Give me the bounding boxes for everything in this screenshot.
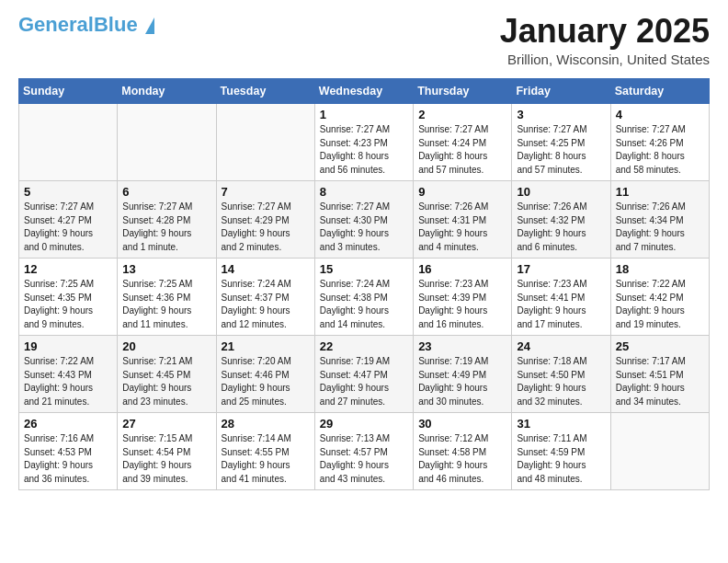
calendar-cell: 15Sunrise: 7:24 AM Sunset: 4:38 PM Dayli… bbox=[314, 259, 413, 336]
day-number: 5 bbox=[24, 185, 112, 199]
calendar-cell: 2Sunrise: 7:27 AM Sunset: 4:24 PM Daylig… bbox=[414, 104, 512, 181]
day-number: 30 bbox=[418, 417, 506, 431]
calendar-cell: 18Sunrise: 7:22 AM Sunset: 4:42 PM Dayli… bbox=[610, 259, 709, 336]
calendar-cell bbox=[216, 104, 314, 181]
page-header: GeneralBlue January 2025 Brillion, Wisco… bbox=[18, 15, 710, 67]
calendar-cell: 1Sunrise: 7:27 AM Sunset: 4:23 PM Daylig… bbox=[314, 104, 413, 181]
logo: GeneralBlue bbox=[18, 15, 154, 35]
calendar-cell: 24Sunrise: 7:18 AM Sunset: 4:50 PM Dayli… bbox=[512, 336, 610, 413]
day-info: Sunrise: 7:27 AM Sunset: 4:29 PM Dayligh… bbox=[222, 201, 310, 254]
day-of-week-header: Friday bbox=[512, 79, 610, 104]
title-block: January 2025 Brillion, Wisconsin, United… bbox=[500, 15, 710, 67]
day-number: 6 bbox=[122, 185, 210, 199]
calendar-cell: 4Sunrise: 7:27 AM Sunset: 4:26 PM Daylig… bbox=[610, 104, 709, 181]
day-number: 12 bbox=[24, 262, 112, 276]
day-number: 19 bbox=[24, 339, 112, 353]
calendar-cell: 10Sunrise: 7:26 AM Sunset: 4:32 PM Dayli… bbox=[512, 181, 610, 259]
day-number: 2 bbox=[418, 108, 506, 121]
logo-triangle-icon bbox=[145, 17, 154, 34]
day-info: Sunrise: 7:27 AM Sunset: 4:24 PM Dayligh… bbox=[418, 123, 506, 177]
day-number: 29 bbox=[320, 417, 408, 431]
day-info: Sunrise: 7:27 AM Sunset: 4:27 PM Dayligh… bbox=[24, 201, 112, 254]
day-info: Sunrise: 7:12 AM Sunset: 4:58 PM Dayligh… bbox=[418, 432, 506, 486]
day-number: 8 bbox=[320, 185, 408, 199]
day-number: 9 bbox=[418, 185, 506, 199]
calendar-table: SundayMondayTuesdayWednesdayThursdayFrid… bbox=[18, 78, 710, 490]
day-info: Sunrise: 7:27 AM Sunset: 4:28 PM Dayligh… bbox=[122, 201, 210, 254]
day-number: 14 bbox=[222, 262, 310, 276]
calendar-cell: 12Sunrise: 7:25 AM Sunset: 4:35 PM Dayli… bbox=[19, 259, 118, 336]
calendar-header: SundayMondayTuesdayWednesdayThursdayFrid… bbox=[19, 79, 710, 104]
day-info: Sunrise: 7:22 AM Sunset: 4:42 PM Dayligh… bbox=[616, 278, 704, 331]
day-of-week-header: Sunday bbox=[19, 79, 118, 104]
calendar-cell: 6Sunrise: 7:27 AM Sunset: 4:28 PM Daylig… bbox=[118, 181, 216, 259]
calendar-cell: 9Sunrise: 7:26 AM Sunset: 4:31 PM Daylig… bbox=[414, 181, 512, 259]
day-number: 21 bbox=[222, 339, 310, 353]
calendar-week-row: 1Sunrise: 7:27 AM Sunset: 4:23 PM Daylig… bbox=[19, 104, 710, 181]
day-info: Sunrise: 7:23 AM Sunset: 4:41 PM Dayligh… bbox=[517, 278, 605, 331]
calendar-cell: 31Sunrise: 7:11 AM Sunset: 4:59 PM Dayli… bbox=[512, 413, 610, 490]
day-number: 27 bbox=[122, 417, 210, 431]
calendar-cell: 22Sunrise: 7:19 AM Sunset: 4:47 PM Dayli… bbox=[314, 336, 413, 413]
calendar-week-row: 19Sunrise: 7:22 AM Sunset: 4:43 PM Dayli… bbox=[19, 336, 710, 413]
day-of-week-header: Monday bbox=[118, 79, 216, 104]
day-info: Sunrise: 7:17 AM Sunset: 4:51 PM Dayligh… bbox=[616, 355, 704, 408]
calendar-cell: 13Sunrise: 7:25 AM Sunset: 4:36 PM Dayli… bbox=[118, 259, 216, 336]
calendar-week-row: 12Sunrise: 7:25 AM Sunset: 4:35 PM Dayli… bbox=[19, 259, 710, 336]
logo-general: General bbox=[18, 13, 94, 36]
day-number: 4 bbox=[616, 108, 704, 121]
day-info: Sunrise: 7:21 AM Sunset: 4:45 PM Dayligh… bbox=[122, 355, 210, 408]
calendar-week-row: 26Sunrise: 7:16 AM Sunset: 4:53 PM Dayli… bbox=[19, 413, 710, 490]
day-info: Sunrise: 7:18 AM Sunset: 4:50 PM Dayligh… bbox=[517, 355, 605, 408]
calendar-cell: 14Sunrise: 7:24 AM Sunset: 4:37 PM Dayli… bbox=[216, 259, 314, 336]
day-number: 1 bbox=[320, 108, 408, 121]
calendar-cell: 11Sunrise: 7:26 AM Sunset: 4:34 PM Dayli… bbox=[610, 181, 709, 259]
header-row: SundayMondayTuesdayWednesdayThursdayFrid… bbox=[19, 79, 710, 104]
day-info: Sunrise: 7:19 AM Sunset: 4:49 PM Dayligh… bbox=[418, 355, 506, 408]
day-number: 26 bbox=[24, 417, 112, 431]
calendar-cell bbox=[610, 413, 709, 490]
calendar-cell: 16Sunrise: 7:23 AM Sunset: 4:39 PM Dayli… bbox=[414, 259, 512, 336]
day-number: 7 bbox=[222, 185, 310, 199]
day-of-week-header: Tuesday bbox=[216, 79, 314, 104]
day-number: 17 bbox=[517, 262, 605, 276]
calendar-cell: 8Sunrise: 7:27 AM Sunset: 4:30 PM Daylig… bbox=[314, 181, 413, 259]
day-info: Sunrise: 7:13 AM Sunset: 4:57 PM Dayligh… bbox=[320, 432, 408, 486]
day-number: 18 bbox=[616, 262, 704, 276]
day-number: 20 bbox=[122, 339, 210, 353]
month-title: January 2025 bbox=[500, 15, 710, 48]
logo-text: GeneralBlue bbox=[18, 15, 154, 35]
day-number: 13 bbox=[122, 262, 210, 276]
day-info: Sunrise: 7:27 AM Sunset: 4:26 PM Dayligh… bbox=[616, 123, 704, 177]
calendar-cell: 7Sunrise: 7:27 AM Sunset: 4:29 PM Daylig… bbox=[216, 181, 314, 259]
day-info: Sunrise: 7:23 AM Sunset: 4:39 PM Dayligh… bbox=[418, 278, 506, 331]
day-number: 11 bbox=[616, 185, 704, 199]
day-number: 24 bbox=[517, 339, 605, 353]
calendar-cell: 19Sunrise: 7:22 AM Sunset: 4:43 PM Dayli… bbox=[19, 336, 118, 413]
day-info: Sunrise: 7:24 AM Sunset: 4:38 PM Dayligh… bbox=[320, 278, 408, 331]
day-number: 10 bbox=[517, 185, 605, 199]
day-number: 31 bbox=[517, 417, 605, 431]
day-info: Sunrise: 7:27 AM Sunset: 4:30 PM Dayligh… bbox=[320, 201, 408, 254]
day-info: Sunrise: 7:26 AM Sunset: 4:32 PM Dayligh… bbox=[517, 201, 605, 254]
calendar-cell: 29Sunrise: 7:13 AM Sunset: 4:57 PM Dayli… bbox=[314, 413, 413, 490]
day-info: Sunrise: 7:25 AM Sunset: 4:35 PM Dayligh… bbox=[24, 278, 112, 331]
day-info: Sunrise: 7:26 AM Sunset: 4:34 PM Dayligh… bbox=[616, 201, 704, 254]
calendar-cell: 28Sunrise: 7:14 AM Sunset: 4:55 PM Dayli… bbox=[216, 413, 314, 490]
day-of-week-header: Thursday bbox=[414, 79, 512, 104]
calendar-cell: 27Sunrise: 7:15 AM Sunset: 4:54 PM Dayli… bbox=[118, 413, 216, 490]
day-info: Sunrise: 7:27 AM Sunset: 4:23 PM Dayligh… bbox=[320, 123, 408, 177]
calendar-cell bbox=[118, 104, 216, 181]
day-number: 3 bbox=[517, 108, 605, 121]
day-info: Sunrise: 7:20 AM Sunset: 4:46 PM Dayligh… bbox=[222, 355, 310, 408]
day-of-week-header: Wednesday bbox=[314, 79, 413, 104]
day-info: Sunrise: 7:24 AM Sunset: 4:37 PM Dayligh… bbox=[222, 278, 310, 331]
calendar-cell: 26Sunrise: 7:16 AM Sunset: 4:53 PM Dayli… bbox=[19, 413, 118, 490]
calendar-cell: 25Sunrise: 7:17 AM Sunset: 4:51 PM Dayli… bbox=[610, 336, 709, 413]
day-number: 22 bbox=[320, 339, 408, 353]
day-info: Sunrise: 7:14 AM Sunset: 4:55 PM Dayligh… bbox=[222, 432, 310, 486]
calendar-cell: 3Sunrise: 7:27 AM Sunset: 4:25 PM Daylig… bbox=[512, 104, 610, 181]
day-info: Sunrise: 7:26 AM Sunset: 4:31 PM Dayligh… bbox=[418, 201, 506, 254]
calendar-cell: 21Sunrise: 7:20 AM Sunset: 4:46 PM Dayli… bbox=[216, 336, 314, 413]
day-number: 15 bbox=[320, 262, 408, 276]
